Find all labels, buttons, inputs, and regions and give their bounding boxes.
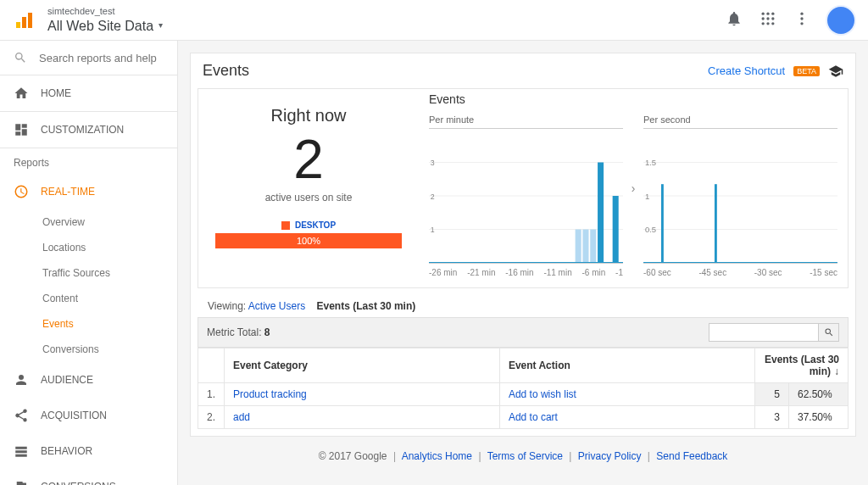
svg-rect-24 xyxy=(598,163,604,264)
svg-point-5 xyxy=(771,13,774,15)
active-users-subtitle: active users on site xyxy=(215,192,402,203)
svg-text:1: 1 xyxy=(431,226,435,235)
viewing-tabs: Viewing: Active Users Events (Last 30 mi… xyxy=(198,295,849,317)
nav-home[interactable]: HOME xyxy=(0,75,177,111)
rightnow-title: Right now xyxy=(215,106,402,125)
account-name: simtechdev_test xyxy=(47,6,163,17)
svg-text:2: 2 xyxy=(431,192,435,202)
beta-badge: BETA xyxy=(793,66,820,76)
desktop-legend: DESKTOP xyxy=(215,220,402,230)
tab-events[interactable]: Events (Last 30 min) xyxy=(317,300,416,312)
svg-rect-22 xyxy=(582,230,588,264)
svg-point-9 xyxy=(762,22,765,25)
nav-realtime[interactable]: REAL-TIME xyxy=(0,174,177,209)
more-vert-icon[interactable] xyxy=(793,10,810,30)
metric-total-value: 8 xyxy=(264,326,270,338)
svg-point-7 xyxy=(766,17,769,20)
svg-rect-34 xyxy=(715,184,717,263)
svg-rect-2 xyxy=(28,13,32,28)
nav-conversions[interactable]: CONVERSIONS xyxy=(0,469,177,485)
account-selector[interactable]: simtechdev_test All Web Site Data ▾ xyxy=(47,6,163,33)
reports-label: Reports xyxy=(0,148,177,174)
main-content: Events Create Shortcut BETA Right now 2 … xyxy=(178,41,868,485)
svg-rect-1 xyxy=(22,17,26,28)
event-action-link[interactable]: Add to wish list xyxy=(499,383,754,406)
nav-behavior[interactable]: BEHAVIOR xyxy=(0,433,177,469)
realtime-summary: Right now 2 active users on site DESKTOP… xyxy=(198,88,849,288)
footer-tos[interactable]: Terms of Service xyxy=(487,450,563,462)
svg-point-4 xyxy=(766,13,769,15)
col-events-count[interactable]: Events (Last 30 min)↓ xyxy=(755,348,849,383)
create-shortcut-link[interactable]: Create Shortcut xyxy=(708,64,785,77)
nav-rt-conversions[interactable]: Conversions xyxy=(42,337,177,362)
per-minute-chart: Per minute 3 2 1 xyxy=(429,99,623,277)
svg-point-6 xyxy=(762,17,765,20)
svg-point-10 xyxy=(766,22,769,25)
chevron-right-icon[interactable]: › xyxy=(632,181,636,195)
home-icon xyxy=(14,86,29,101)
desktop-swatch-icon xyxy=(281,221,290,230)
svg-rect-23 xyxy=(590,230,596,264)
education-icon[interactable] xyxy=(828,64,843,79)
event-category-link[interactable]: Product tracking xyxy=(225,383,500,406)
search-row[interactable] xyxy=(0,41,177,75)
view-name: All Web Site Data xyxy=(47,18,153,34)
metric-total-row: Metric Total: 8 xyxy=(198,317,849,348)
nav-rt-events[interactable]: Events xyxy=(42,311,177,337)
svg-point-14 xyxy=(800,22,803,25)
table-row: 1. Product tracking Add to wish list 5 6… xyxy=(198,383,849,406)
svg-point-11 xyxy=(771,22,774,25)
per-second-chart: Per second 1.5 1 0.5 xyxy=(643,99,837,277)
svg-point-3 xyxy=(762,13,765,15)
share-icon xyxy=(14,408,29,423)
nav-acquisition[interactable]: ACQUISITION xyxy=(0,398,177,433)
charts-title: Events xyxy=(429,92,465,106)
panel-title: Events xyxy=(203,62,249,80)
sidebar: HOME CUSTOMIZATION Reports REAL-TIME Ove… xyxy=(0,41,178,485)
user-avatar[interactable] xyxy=(827,7,854,34)
nav-audience[interactable]: AUDIENCE xyxy=(0,362,177,398)
table-search-button[interactable] xyxy=(819,323,839,342)
svg-point-8 xyxy=(771,17,774,20)
behavior-icon xyxy=(14,443,29,459)
top-header: simtechdev_test All Web Site Data ▾ xyxy=(0,0,868,41)
svg-point-13 xyxy=(800,17,803,20)
flag-icon xyxy=(14,479,29,485)
nav-rt-content[interactable]: Content xyxy=(42,286,177,311)
svg-rect-33 xyxy=(661,184,664,263)
person-icon xyxy=(14,372,29,387)
ga-logo-icon xyxy=(14,10,34,31)
desktop-bar: 100% xyxy=(215,233,402,248)
svg-rect-25 xyxy=(613,196,619,263)
apps-icon[interactable] xyxy=(760,10,776,30)
bell-icon[interactable] xyxy=(726,10,743,30)
svg-rect-0 xyxy=(16,22,20,28)
nav-rt-locations[interactable]: Locations xyxy=(42,235,177,260)
event-action-link[interactable]: Add to cart xyxy=(499,406,754,429)
svg-text:1: 1 xyxy=(645,192,649,201)
dashboard-icon xyxy=(14,122,29,137)
nav-rt-overview[interactable]: Overview xyxy=(42,209,177,235)
svg-text:3: 3 xyxy=(431,159,435,168)
events-table: Event Category Event Action Events (Last… xyxy=(198,348,849,429)
col-event-category[interactable]: Event Category xyxy=(225,348,500,383)
chevron-down-icon: ▾ xyxy=(159,20,163,31)
footer-privacy[interactable]: Privacy Policy xyxy=(578,450,642,462)
clock-icon xyxy=(14,184,29,199)
nav-rt-traffic-sources[interactable]: Traffic Sources xyxy=(42,260,177,286)
search-input[interactable] xyxy=(39,52,158,64)
tab-active-users[interactable]: Active Users xyxy=(248,300,305,312)
svg-text:0.5: 0.5 xyxy=(645,225,656,234)
table-row: 2. add Add to cart 3 37.50% xyxy=(198,406,849,429)
svg-rect-21 xyxy=(576,230,581,264)
footer-analytics-home[interactable]: Analytics Home xyxy=(402,450,472,462)
search-icon xyxy=(14,51,27,64)
table-search-input[interactable] xyxy=(709,323,819,342)
event-category-link[interactable]: add xyxy=(225,406,500,429)
col-event-action[interactable]: Event Action xyxy=(499,348,754,383)
events-panel: Events Create Shortcut BETA Right now 2 … xyxy=(190,53,856,437)
nav-customization[interactable]: CUSTOMIZATION xyxy=(0,112,177,148)
footer-feedback[interactable]: Send Feedback xyxy=(656,450,727,462)
active-users-count: 2 xyxy=(215,132,402,187)
svg-text:1.5: 1.5 xyxy=(645,158,656,167)
